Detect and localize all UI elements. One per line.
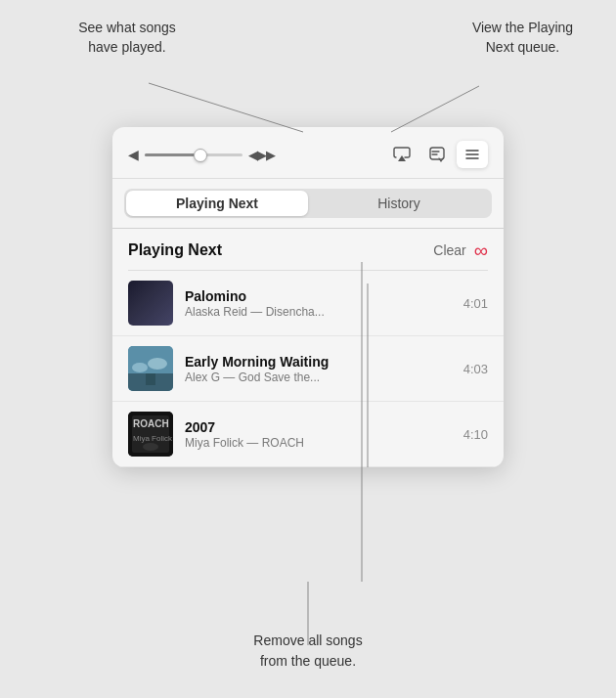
svg-point-16 <box>143 443 158 451</box>
main-panel: ◀ ◀▶▶ <box>112 127 504 467</box>
song-title-1: Palomino <box>185 288 452 304</box>
queue-header: Playing Next Clear ∞ <box>112 229 504 270</box>
song-title-2: Early Morning Waiting <box>185 354 452 370</box>
lyrics-button[interactable] <box>421 141 453 168</box>
art-detail-2 <box>128 346 173 391</box>
infinity-icon[interactable]: ∞ <box>474 240 488 260</box>
volume-control[interactable]: ◀ ◀▶▶ <box>128 147 275 162</box>
annotation-top-right: View the PlayingNext queue. <box>457 18 589 58</box>
svg-point-9 <box>132 363 148 372</box>
queue-button[interactable] <box>457 141 488 168</box>
song-subtitle-3: Miya Folick — ROACH <box>185 436 452 450</box>
controls-row: ◀ ◀▶▶ <box>112 127 504 179</box>
annotation-top-left: See what songshave played. <box>59 18 196 58</box>
album-art-2 <box>128 346 173 391</box>
art-svg-2 <box>128 346 173 391</box>
song-info-2: Early Morning Waiting Alex G — God Save … <box>185 354 452 384</box>
song-subtitle-2: Alex G — God Save the... <box>185 371 452 384</box>
svg-text:Miya Folick: Miya Folick <box>133 434 173 443</box>
album-art-1 <box>128 281 173 326</box>
tab-history[interactable]: History <box>308 191 490 216</box>
volume-slider-fill <box>145 153 200 156</box>
volume-slider-track[interactable] <box>145 153 242 156</box>
page-wrapper: See what songshave played. View the Play… <box>0 0 616 698</box>
table-row[interactable]: ROACH Miya Folick 2007 Miya Folick — ROA… <box>112 402 504 467</box>
tab-playing-next[interactable]: Playing Next <box>126 191 308 216</box>
svg-point-10 <box>148 358 167 370</box>
song-duration-2: 4:03 <box>463 362 488 376</box>
annotation-bottom: Remove all songsfrom the queue. <box>220 631 396 671</box>
svg-marker-0 <box>398 155 406 161</box>
art-detail-3: ROACH Miya Folick <box>128 412 173 457</box>
song-duration-1: 4:01 <box>463 296 488 311</box>
art-svg-3: ROACH Miya Folick <box>128 412 173 457</box>
tab-bar: Playing Next History <box>124 189 492 218</box>
svg-line-18 <box>149 83 303 132</box>
icon-buttons <box>386 141 488 168</box>
song-info-3: 2007 Miya Folick — ROACH <box>185 419 452 450</box>
song-info-1: Palomino Alaska Reid — Disencha... <box>185 288 452 319</box>
svg-text:ROACH: ROACH <box>133 418 169 429</box>
airplay-icon <box>393 146 411 163</box>
album-art-3: ROACH Miya Folick <box>128 412 173 457</box>
queue-icon <box>463 146 481 163</box>
svg-line-19 <box>391 86 479 132</box>
song-title-3: 2007 <box>185 419 452 435</box>
table-row[interactable]: Palomino Alaska Reid — Disencha... 4:01 <box>112 271 504 336</box>
queue-title: Playing Next <box>128 241 222 259</box>
art-detail-1 <box>128 281 173 326</box>
song-duration-3: 4:10 <box>463 427 488 442</box>
volume-low-icon: ◀ <box>128 147 139 162</box>
clear-button[interactable]: Clear <box>433 242 465 258</box>
lyrics-icon <box>428 146 446 163</box>
svg-rect-1 <box>430 148 444 159</box>
volume-high-icon: ◀▶▶ <box>248 148 275 162</box>
svg-rect-11 <box>146 373 155 385</box>
table-row[interactable]: Early Morning Waiting Alex G — God Save … <box>112 336 504 402</box>
airplay-button[interactable] <box>386 141 418 168</box>
song-subtitle-1: Alaska Reid — Disencha... <box>185 305 452 319</box>
volume-slider-thumb[interactable] <box>194 149 207 162</box>
queue-actions: Clear ∞ <box>433 240 488 260</box>
